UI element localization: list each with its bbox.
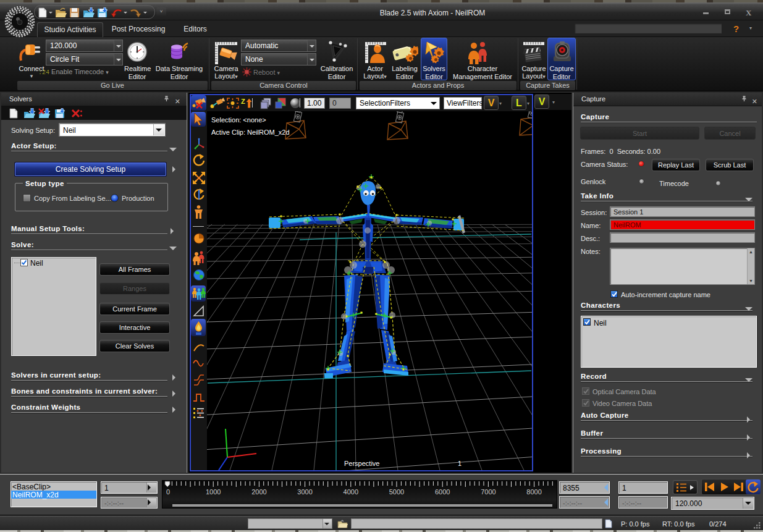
svg-text:2000: 2000 xyxy=(251,488,266,496)
svg-text:4000: 4000 xyxy=(344,488,358,496)
svg-text:1000: 1000 xyxy=(206,488,221,496)
svg-text:8000: 8000 xyxy=(526,488,541,496)
svg-text:7000: 7000 xyxy=(481,488,495,496)
svg-text:6000: 6000 xyxy=(435,488,450,496)
svg-text:5000: 5000 xyxy=(389,488,404,496)
svg-text:3000: 3000 xyxy=(297,488,312,496)
svg-text:0: 0 xyxy=(166,488,170,496)
svg-text:Z: Z xyxy=(241,98,245,105)
